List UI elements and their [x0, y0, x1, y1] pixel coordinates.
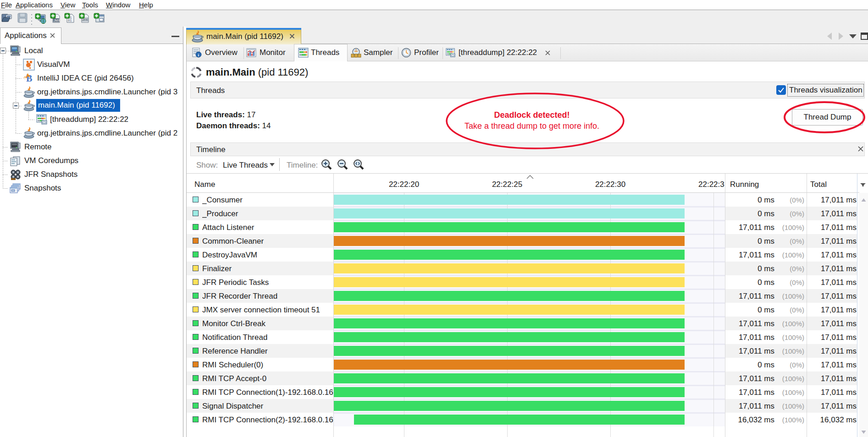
svg-text:JFR: JFR	[83, 18, 88, 21]
svg-text:JMX: JMX	[54, 19, 60, 22]
svg-text:01: 01	[68, 19, 72, 22]
